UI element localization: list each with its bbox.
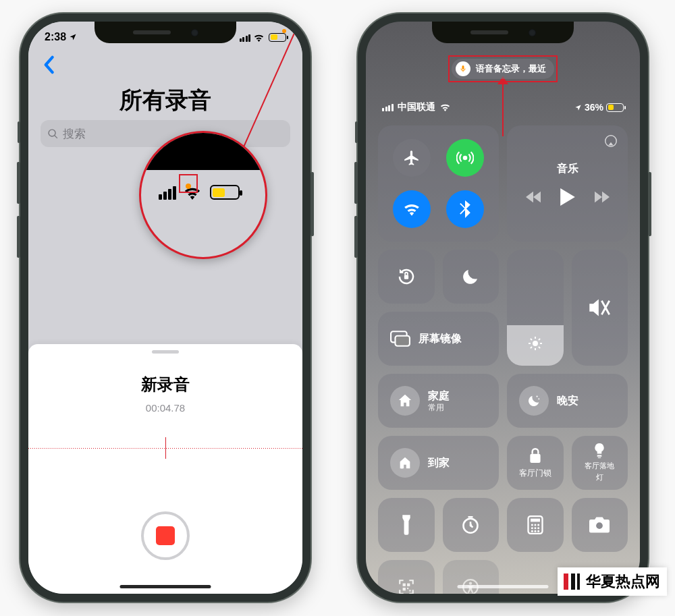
svg-point-17 xyxy=(534,527,536,529)
mute-switch[interactable] xyxy=(355,121,358,143)
prev-track-button[interactable] xyxy=(526,191,541,203)
battery-percent: 36% xyxy=(585,102,603,113)
status-time: 2:38 xyxy=(45,31,66,43)
svg-point-6 xyxy=(536,395,537,397)
home-tile[interactable]: 家庭 常用 xyxy=(378,374,499,428)
connectivity-tile[interactable] xyxy=(378,125,499,242)
timer-tile[interactable] xyxy=(443,498,500,552)
privacy-dot xyxy=(282,29,286,33)
volume-down[interactable] xyxy=(354,216,358,258)
svg-point-18 xyxy=(537,527,539,529)
svg-point-14 xyxy=(534,524,536,526)
mute-icon xyxy=(588,298,611,318)
svg-point-0 xyxy=(463,156,468,161)
screen-voice-memos: 2:38 所有录音 搜索 xyxy=(28,22,302,594)
tile-label: 到家 xyxy=(428,456,450,470)
sheet-grabber[interactable] xyxy=(152,350,179,354)
flashlight-icon xyxy=(401,515,412,535)
svg-point-19 xyxy=(531,530,533,532)
mute-switch[interactable] xyxy=(18,121,20,143)
calculator-icon xyxy=(527,515,543,534)
mic-indicator-highlight: 语音备忘录，最近 xyxy=(448,55,558,82)
privacy-dot-highlight xyxy=(179,174,198,193)
carrier-name: 中国联通 xyxy=(398,101,435,113)
camera-icon xyxy=(589,517,610,533)
screen-mirroring-tile[interactable]: 屏幕镜像 xyxy=(378,312,499,366)
volume-up[interactable] xyxy=(354,162,358,204)
battery-icon xyxy=(269,33,286,42)
notch xyxy=(432,22,574,43)
volume-up[interactable] xyxy=(17,162,20,204)
search-placeholder: 搜索 xyxy=(63,126,86,142)
callout-arrow xyxy=(502,82,504,136)
svg-point-8 xyxy=(400,466,403,468)
svg-point-7 xyxy=(538,398,539,399)
home-indicator[interactable] xyxy=(120,585,211,588)
svg-rect-2 xyxy=(404,275,408,279)
media-tile[interactable]: 音乐 xyxy=(507,125,628,242)
svg-point-21 xyxy=(537,530,539,532)
home-indicator[interactable] xyxy=(458,585,549,588)
watermark: 华夏热点网 xyxy=(558,567,667,596)
cellular-icon xyxy=(240,34,251,42)
svg-rect-4 xyxy=(396,336,410,346)
airplay-icon[interactable] xyxy=(603,134,618,148)
media-title: 音乐 xyxy=(557,162,578,176)
tile-label: 晚安 xyxy=(557,394,578,408)
volume-slider[interactable] xyxy=(572,250,628,366)
camera-tile[interactable] xyxy=(572,498,628,552)
power-button[interactable] xyxy=(648,172,651,236)
back-button[interactable] xyxy=(42,55,55,77)
door-lock-tile[interactable]: 客厅门锁 xyxy=(507,436,564,490)
screen-control-center: 语音备忘录，最近 中国联通 36% xyxy=(366,22,640,594)
goodnight-scene-tile[interactable]: 晚安 xyxy=(507,374,628,428)
brightness-icon xyxy=(527,335,543,352)
tile-label: 家庭 xyxy=(428,389,450,403)
cellular-toggle[interactable] xyxy=(446,139,484,177)
cellular-icon xyxy=(382,104,394,111)
svg-rect-32 xyxy=(577,573,580,590)
play-button[interactable] xyxy=(560,188,576,206)
next-track-button[interactable] xyxy=(595,191,610,203)
bluetooth-toggle[interactable] xyxy=(446,190,484,228)
recording-name: 新录音 xyxy=(28,374,302,395)
wifi-icon xyxy=(253,34,265,42)
brightness-slider[interactable] xyxy=(507,250,564,366)
battery-icon-large xyxy=(210,185,240,200)
wifi-icon xyxy=(439,103,451,111)
svg-point-20 xyxy=(534,530,536,532)
svg-rect-12 xyxy=(531,519,540,522)
power-button[interactable] xyxy=(310,172,314,236)
svg-point-22 xyxy=(596,522,603,529)
flashlight-tile[interactable] xyxy=(378,498,435,552)
location-icon xyxy=(69,33,77,41)
qr-scan-tile[interactable] xyxy=(378,560,435,594)
location-icon xyxy=(574,104,582,111)
voice-memos-list-area: 2:38 所有录音 搜索 xyxy=(28,22,302,372)
svg-rect-31 xyxy=(571,573,575,590)
svg-rect-9 xyxy=(530,453,540,462)
do-not-disturb-tile[interactable] xyxy=(443,250,500,304)
stop-record-button[interactable] xyxy=(141,511,190,560)
recording-elapsed: 00:04.78 xyxy=(28,402,302,414)
floor-lamp-tile[interactable]: 客厅落地 灯 xyxy=(572,436,628,490)
volume-down[interactable] xyxy=(17,216,20,258)
lock-icon xyxy=(529,447,542,464)
mic-indicator-pill[interactable]: 语音备忘录，最近 xyxy=(452,59,554,79)
cellular-icon-large xyxy=(159,186,176,200)
calculator-tile[interactable] xyxy=(507,498,564,552)
waveform[interactable] xyxy=(28,448,302,449)
rotation-lock-tile[interactable] xyxy=(378,250,435,304)
svg-point-16 xyxy=(531,527,533,529)
mic-pill-text: 语音备忘录，最近 xyxy=(476,63,546,75)
magnifier-callout xyxy=(139,131,267,259)
tile-label: 屏幕镜像 xyxy=(418,332,462,346)
wifi-toggle[interactable] xyxy=(393,190,431,228)
phone-frame-right: 语音备忘录，最近 中国联通 36% xyxy=(358,13,648,602)
battery-icon xyxy=(606,103,624,112)
arrive-home-scene-tile[interactable]: 到家 xyxy=(378,436,499,490)
svg-rect-23 xyxy=(402,584,405,586)
extra-tile[interactable] xyxy=(443,560,500,594)
airplane-toggle[interactable] xyxy=(393,139,431,177)
arrive-icon xyxy=(398,455,412,470)
